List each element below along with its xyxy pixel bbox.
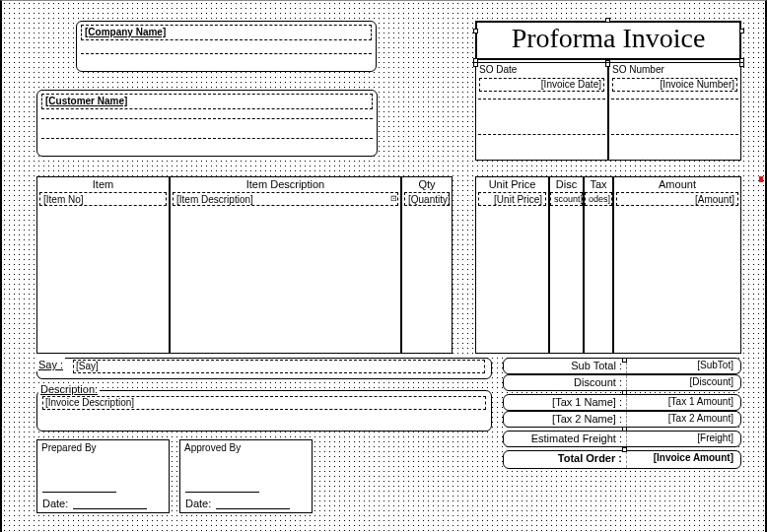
- approved-date-label: Date:: [185, 498, 211, 509]
- column-tax[interactable]: Tax odes]: [584, 176, 613, 354]
- column-amount-header: Amount: [614, 177, 740, 191]
- subtotal-field[interactable]: [SubTot]: [627, 359, 737, 373]
- prepared-date-label: Date:: [42, 498, 68, 509]
- divider: [81, 53, 372, 54]
- prepared-by-label: Prepared By: [37, 440, 169, 455]
- description-label: Description:: [38, 383, 100, 395]
- selection-handle[interactable]: [473, 62, 478, 67]
- so-date-field[interactable]: [Invoice Date]: [479, 78, 604, 92]
- freight-field[interactable]: [Freight]: [627, 432, 737, 446]
- column-unit-price-field[interactable]: [Unit Price]: [478, 192, 546, 206]
- total-order-field[interactable]: [Invoice Amount]: [627, 451, 737, 468]
- column-description[interactable]: Item Description [Item Description] ⊡: [170, 176, 401, 354]
- company-name-box[interactable]: [Company Name]: [76, 21, 377, 72]
- column-item[interactable]: Item [Item No]: [36, 176, 170, 354]
- invoice-title-box[interactable]: Proforma Invoice: [475, 21, 741, 60]
- divider: [478, 99, 605, 100]
- subtotal-label: Sub Total :: [504, 359, 626, 373]
- date-line: [73, 508, 147, 509]
- so-number-field[interactable]: [Invoice Number]: [612, 78, 737, 92]
- column-tax-header: Tax: [585, 177, 612, 191]
- divider: [478, 134, 605, 135]
- selection-handle[interactable]: [622, 427, 627, 432]
- divider: [611, 99, 738, 100]
- column-qty[interactable]: Qty [Quantity]: [401, 176, 453, 354]
- selection-handle[interactable]: [605, 18, 610, 23]
- column-amount-field[interactable]: [Amount]: [616, 192, 738, 206]
- selection-handle[interactable]: [473, 29, 478, 33]
- tax2-row[interactable]: [Tax 2 Name] : [Tax 2 Amount]: [503, 411, 741, 428]
- tax1-row[interactable]: [Tax 1 Name] : [Tax 1 Amount]: [503, 394, 741, 411]
- column-discount[interactable]: Disc scount]: [549, 176, 584, 354]
- prepared-by-box[interactable]: Prepared By Date:: [36, 439, 170, 513]
- total-order-label: Total Order :: [504, 451, 626, 468]
- selection-handle[interactable]: [622, 358, 627, 363]
- column-item-header: Item: [37, 177, 169, 191]
- ruler-marker-icon: [759, 176, 763, 182]
- description-box[interactable]: [Invoice Description]: [36, 390, 492, 432]
- customer-name-field[interactable]: [Customer Name]: [41, 94, 373, 109]
- report-designer-canvas[interactable]: [Company Name] [Customer Name] Proforma …: [0, 0, 767, 532]
- divider: [611, 134, 738, 135]
- approved-by-box[interactable]: Approved By Date:: [179, 439, 313, 513]
- column-amount[interactable]: Amount [Amount]: [613, 176, 741, 354]
- selection-handle[interactable]: [622, 447, 627, 452]
- column-tax-field[interactable]: odes]: [585, 192, 612, 206]
- description-field[interactable]: [Invoice Description]: [42, 396, 486, 410]
- freight-row[interactable]: Estimated Freight : [Freight]: [503, 431, 741, 447]
- company-name-field[interactable]: [Company Name]: [81, 25, 372, 40]
- total-order-row[interactable]: Total Order : [Invoice Amount]: [503, 450, 741, 469]
- divider: [41, 138, 373, 139]
- signature-line: [42, 492, 116, 493]
- so-number-box[interactable]: SO Number [Invoice Number]: [608, 62, 741, 161]
- column-discount-field[interactable]: scount]: [550, 192, 583, 206]
- tax2-label: [Tax 2 Name] :: [504, 412, 626, 427]
- column-qty-header: Qty: [402, 177, 452, 191]
- discount-field[interactable]: [Discount]: [627, 375, 737, 390]
- customer-name-box[interactable]: [Customer Name]: [36, 90, 378, 157]
- selection-handle[interactable]: [739, 62, 744, 67]
- divider: [41, 118, 373, 119]
- approved-by-label: Approved By: [180, 440, 312, 455]
- column-description-header: Item Description: [171, 177, 400, 191]
- discount-row[interactable]: Discount : [Discount]: [503, 374, 741, 391]
- column-description-field[interactable]: [Item Description]: [173, 192, 398, 206]
- invoice-title: Proforma Invoice: [477, 23, 739, 54]
- selection-handle[interactable]: [605, 62, 610, 67]
- selection-handle[interactable]: [739, 29, 744, 33]
- selection-handle[interactable]: [622, 390, 627, 395]
- discount-label: Discount :: [504, 375, 626, 390]
- tax2-field[interactable]: [Tax 2 Amount]: [627, 412, 737, 427]
- so-date-label: SO Date: [476, 63, 607, 76]
- so-number-label: SO Number: [609, 63, 740, 76]
- date-line: [216, 508, 290, 509]
- so-date-box[interactable]: SO Date [Invoice Date]: [475, 62, 608, 161]
- column-unit-price[interactable]: Unit Price [Unit Price]: [475, 176, 549, 354]
- column-unit-price-header: Unit Price: [476, 177, 548, 191]
- signature-line: [185, 492, 259, 493]
- tax1-label: [Tax 1 Name] :: [504, 395, 626, 410]
- tax1-field[interactable]: [Tax 1 Amount]: [627, 395, 737, 410]
- say-label: Say :: [36, 358, 65, 371]
- column-qty-field[interactable]: [Quantity]: [404, 192, 450, 206]
- column-discount-header: Disc: [550, 177, 583, 191]
- say-field[interactable]: [Say]: [73, 360, 485, 373]
- field-marker-icon: ⊡: [390, 194, 397, 203]
- column-item-field[interactable]: [Item No]: [39, 192, 167, 206]
- freight-label: Estimated Freight :: [504, 432, 626, 446]
